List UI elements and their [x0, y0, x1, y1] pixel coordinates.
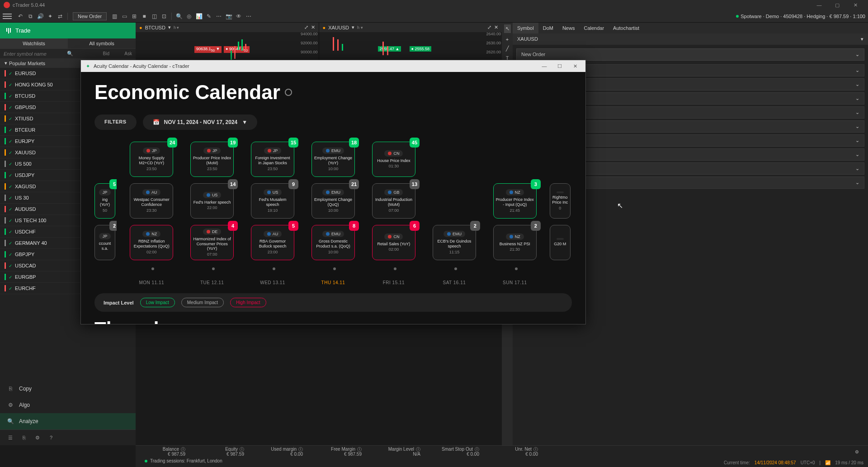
expand-icon[interactable]: ⤢: [304, 24, 308, 30]
maximize-button[interactable]: ▢: [828, 0, 846, 10]
camera-icon[interactable]: 📷: [225, 12, 233, 20]
event-card[interactable]: 14 US Fed's Harker speech 22:00: [190, 183, 234, 219]
gear-icon[interactable]: ⚙: [855, 449, 859, 454]
event-card[interactable]: 18 EMU Employment Change (YoY) 10:00: [311, 142, 355, 177]
day-label[interactable]: SAT 16.11: [443, 280, 466, 285]
zoom-icon[interactable]: 🔍: [175, 12, 183, 20]
candle-icon[interactable]: 📊: [195, 12, 203, 20]
clone-icon[interactable]: ⧉: [26, 12, 34, 20]
square-icon[interactable]: ■: [140, 12, 148, 20]
day-label[interactable]: WED 13.11: [260, 280, 285, 285]
event-card-partial[interactable]: Rightmo Price Inc0: [550, 183, 571, 219]
sound-icon[interactable]: 🔊: [36, 12, 44, 20]
tab-news[interactable]: News: [558, 23, 580, 33]
event-card[interactable]: 2 EMU ECB's De Guindos speech 11:15: [433, 225, 476, 260]
info-icon[interactable]: i: [240, 447, 244, 452]
cursor-icon[interactable]: ↖: [504, 24, 511, 33]
close-button[interactable]: ✕: [568, 62, 582, 71]
puzzle-icon[interactable]: ✦: [46, 12, 54, 20]
grid-icon[interactable]: ⊞: [130, 12, 138, 20]
tab-watchlists[interactable]: Watchlists: [0, 38, 68, 49]
event-card[interactable]: 24 JP Money Supply M2+CD (YoY) 23:50: [130, 142, 173, 177]
share-icon[interactable]: ⋯: [215, 12, 223, 20]
chevron-down-icon[interactable]: ▾: [168, 24, 171, 30]
filters-button[interactable]: FILTERS: [94, 114, 137, 130]
chart-xauusd[interactable]: ● XAUUSD ▾ h ▾ ⤢✕ 2555.47 ▲ ● 2555.58 2: [319, 23, 502, 63]
tab-calendar[interactable]: Calendar: [579, 23, 609, 33]
copy2-icon[interactable]: ⎘: [20, 434, 28, 442]
info-icon[interactable]: i: [475, 447, 479, 452]
event-card[interactable]: 4 DE Harmonized Index of Consumer Prices…: [190, 225, 234, 260]
menu-button[interactable]: [3, 12, 12, 21]
gear-icon[interactable]: ⚙: [33, 434, 42, 442]
event-card[interactable]: 19 JP Producer Price Index (MoM) 23:50: [190, 142, 234, 177]
event-card-partial[interactable]: G20 M: [550, 225, 571, 260]
trade-header[interactable]: Trade: [0, 23, 136, 38]
undo-icon[interactable]: ↶: [16, 12, 24, 20]
layout-icon[interactable]: ▥: [110, 12, 118, 20]
chevron-down-icon[interactable]: ▾: [352, 24, 354, 30]
tab-symbol[interactable]: Symbol: [513, 23, 538, 33]
event-card[interactable]: 21 EMU Employment Change (QoQ) 10:00: [311, 183, 355, 219]
info-icon[interactable]: i: [357, 447, 362, 452]
minimize-button[interactable]: —: [538, 62, 551, 71]
new-order-panel[interactable]: New Order ⌄: [516, 48, 864, 61]
chip-low-impact[interactable]: Low Impact: [140, 298, 175, 307]
event-card[interactable]: 5 AU RBA Governor Bullock speech 23:00: [251, 225, 294, 260]
event-card[interactable]: 8 EMU Gross Domestic Product s.a. (QoQ) …: [311, 225, 355, 260]
tab-all-symbols[interactable]: All symbols: [68, 38, 136, 49]
window-icon[interactable]: ⊡: [160, 12, 168, 20]
eye-icon[interactable]: 👁: [235, 12, 243, 20]
tools-icon[interactable]: ✎: [205, 12, 213, 20]
event-card[interactable]: 15 JP Foreign Investment in Japan Stocks…: [251, 142, 294, 177]
day-label[interactable]: TUE 12.11: [200, 280, 224, 285]
crosshair-icon[interactable]: +: [506, 37, 509, 42]
nav-algo[interactable]: ⚙Algo: [0, 397, 136, 413]
expand-icon[interactable]: ⤢: [487, 24, 491, 30]
event-card[interactable]: 3 NZ Producer Price Index - Input (QoQ) …: [493, 183, 537, 219]
chip-medium-impact[interactable]: Medium Impact: [181, 298, 224, 307]
line-icon[interactable]: ╱: [506, 46, 509, 52]
search-input[interactable]: [4, 51, 67, 57]
day-label[interactable]: MON 11.11: [139, 280, 164, 285]
split-icon[interactable]: ◫: [150, 12, 158, 20]
info-icon[interactable]: i: [533, 447, 538, 452]
event-card-partial[interactable]: 5 JPing (YoY)50: [94, 183, 115, 219]
help-icon[interactable]: ?: [47, 434, 55, 442]
nav-analyze[interactable]: 🔍Analyze: [0, 413, 136, 429]
new-order-button[interactable]: New Order: [73, 12, 107, 20]
panel-icon[interactable]: ▭: [120, 12, 128, 20]
more-icon[interactable]: ⋯: [245, 12, 253, 20]
close-icon[interactable]: ✕: [311, 24, 315, 30]
chart-btcusd[interactable]: ● BTCUSD ▾ h ▾ ⤢✕ 90638.150 ▼ ● 90647.15…: [136, 23, 319, 63]
minimize-button[interactable]: —: [810, 0, 828, 10]
day-label[interactable]: THU 14.11: [321, 280, 345, 285]
close-button[interactable]: ✕: [846, 0, 864, 10]
settings-icon[interactable]: [285, 89, 292, 96]
event-card[interactable]: 6 CN Retail Sales (YoY) 02:00: [372, 225, 415, 260]
nav-copy[interactable]: ⎘Copy: [0, 381, 136, 397]
event-card[interactable]: 13 GB Industrial Production (MoM) 07:00: [372, 183, 415, 219]
event-card-partial[interactable]: 2 JPccount s.a.: [94, 225, 115, 260]
event-card[interactable]: NZ RBNZ Inflation Expectations (QoQ) 02:…: [130, 225, 173, 260]
symbol-selector[interactable]: XAUUSD ▾: [513, 33, 868, 45]
list-icon[interactable]: ☰: [6, 434, 14, 442]
chip-high-impact[interactable]: High Impact: [230, 298, 266, 307]
maximize-button[interactable]: ☐: [553, 62, 566, 71]
target-icon[interactable]: ◎: [185, 12, 193, 20]
event-card[interactable]: 45 CN House Price Index 01:30: [372, 142, 415, 177]
info-icon[interactable]: i: [298, 447, 303, 452]
info-icon[interactable]: i: [416, 447, 420, 452]
day-label[interactable]: SUN 17.11: [503, 280, 527, 285]
event-card[interactable]: 2 NZ Business NZ PSI 21:30: [493, 225, 537, 260]
link-icon[interactable]: ⇄: [56, 12, 64, 20]
tab-dom[interactable]: DoM: [538, 23, 558, 33]
info-icon[interactable]: i: [181, 447, 185, 452]
close-icon[interactable]: ✕: [494, 24, 498, 30]
tab-autochartist[interactable]: Autochartist: [609, 23, 644, 33]
day-label[interactable]: FRI 15.11: [383, 280, 405, 285]
search-icon[interactable]: 🔍: [67, 51, 73, 57]
date-range-button[interactable]: 📅 NOV 11, 2024 - NOV 17, 2024 ▼: [143, 114, 258, 130]
event-card[interactable]: AU Westpac Consumer Confidence 23:30: [130, 183, 173, 219]
event-card[interactable]: 9 US Fed's Musalem speech 19:10: [251, 183, 294, 219]
